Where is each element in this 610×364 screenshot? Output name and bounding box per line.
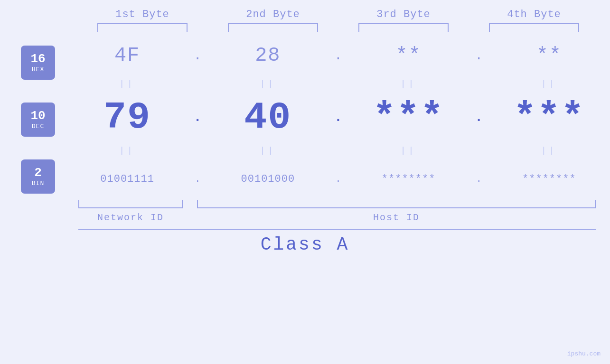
- bin-cell-1: 01001111: [66, 173, 188, 185]
- bracket-top-1: [97, 23, 188, 32]
- overall-bracket-line: [78, 229, 596, 230]
- bracket-bottom-network: [78, 200, 183, 208]
- sep-2-4: ||: [488, 146, 610, 155]
- bottom-bracket-row: [78, 200, 596, 208]
- hex-cell-2: 28: [207, 44, 328, 67]
- hex-cell-3: **: [348, 44, 469, 67]
- bin-badge: 2 BIN: [21, 159, 55, 194]
- class-label-row: Class A: [0, 234, 610, 255]
- bin-cell-3: ********: [348, 173, 469, 185]
- hex-value-1: 4F: [114, 44, 140, 67]
- sep-row-2: || || || ||: [66, 141, 610, 160]
- dec-cell-2: 40: [207, 96, 328, 139]
- bracket-bottom-host: [197, 200, 596, 208]
- sep-1-2: ||: [207, 79, 328, 89]
- dec-dot-2: .: [329, 110, 348, 125]
- id-labels-row: Network ID Host ID: [78, 212, 596, 223]
- dec-row: 79 . 40 . *** . ***: [66, 93, 610, 141]
- bin-row: 01001111 . 00101000 . ******** .: [66, 160, 610, 198]
- dec-value-4: ***: [514, 96, 585, 139]
- class-label: Class A: [261, 234, 350, 255]
- sep-1-3: ||: [348, 79, 469, 89]
- dec-badge: 10 DEC: [21, 103, 55, 137]
- watermark: ipshu.com: [567, 350, 601, 357]
- sep-1-4: ||: [488, 79, 610, 89]
- dec-badge-number: 10: [30, 109, 45, 123]
- hex-badge-label: HEX: [32, 66, 44, 73]
- bin-value-4: ********: [522, 173, 576, 185]
- badges-column: 16 HEX 10 DEC 2 BIN: [0, 32, 66, 198]
- data-columns: 4F . 28 . ** . **: [66, 32, 610, 198]
- bin-dot-3: .: [469, 174, 488, 185]
- bin-cell-4: ********: [488, 173, 610, 185]
- hex-value-3: **: [395, 44, 421, 67]
- dec-value-1: 79: [103, 96, 151, 139]
- dec-cell-3: ***: [348, 96, 469, 139]
- top-bracket-lines: [77, 23, 600, 32]
- hex-row: 4F . 28 . ** . **: [66, 37, 610, 75]
- bracket-cell-3: [338, 23, 469, 32]
- bottom-section: Network ID Host ID Class A: [0, 200, 610, 255]
- hex-value-4: **: [536, 44, 562, 67]
- dec-dot-3: .: [469, 110, 488, 125]
- main-container: 1st Byte 2nd Byte 3rd Byte 4th Byte 16 H…: [0, 0, 610, 364]
- content-area: 16 HEX 10 DEC 2 BIN 4F .: [0, 32, 610, 198]
- sep-2-1: ||: [66, 146, 188, 155]
- bracket-top-3: [358, 23, 449, 32]
- overall-bracket-row: [78, 229, 596, 230]
- byte-label-3: 3rd Byte: [338, 9, 469, 20]
- network-id-label: Network ID: [78, 212, 183, 223]
- dec-cell-1: 79: [66, 96, 188, 139]
- dec-cell-4: ***: [488, 96, 610, 139]
- hex-dot-2: .: [329, 48, 348, 63]
- bracket-top-2: [228, 23, 318, 32]
- bracket-cell-4: [469, 23, 600, 32]
- hex-badge-number: 16: [30, 52, 45, 66]
- dec-dot-1: .: [188, 110, 207, 125]
- byte-label-1: 1st Byte: [77, 9, 208, 20]
- hex-badge: 16 HEX: [21, 46, 55, 80]
- bin-value-2: 00101000: [241, 173, 295, 185]
- bin-value-3: ********: [382, 173, 436, 185]
- hex-value-2: 28: [255, 44, 281, 67]
- sep-2-2: ||: [207, 146, 328, 155]
- byte-label-2: 2nd Byte: [208, 9, 338, 20]
- bin-dot-1: .: [188, 174, 207, 185]
- bin-dot-2: .: [329, 174, 348, 185]
- dec-value-3: ***: [373, 96, 444, 139]
- dec-value-2: 40: [244, 96, 291, 139]
- hex-cell-1: 4F: [66, 44, 188, 67]
- bin-badge-label: BIN: [32, 180, 44, 187]
- bin-value-1: 01001111: [100, 173, 154, 185]
- byte-label-4: 4th Byte: [469, 9, 600, 20]
- bin-badge-number: 2: [34, 166, 42, 180]
- host-id-label: Host ID: [197, 212, 596, 223]
- hex-dot-3: .: [469, 48, 488, 63]
- bracket-cell-1: [77, 23, 208, 32]
- sep-row-1: || || || ||: [66, 75, 610, 93]
- hex-dot-1: .: [188, 48, 207, 63]
- sep-2-3: ||: [348, 146, 469, 155]
- bin-cell-2: 00101000: [207, 173, 328, 185]
- sep-1-1: ||: [66, 79, 188, 89]
- bracket-cell-2: [208, 23, 338, 32]
- hex-cell-4: **: [488, 44, 610, 67]
- bracket-top-4: [489, 23, 579, 32]
- byte-labels-row: 1st Byte 2nd Byte 3rd Byte 4th Byte: [77, 9, 600, 20]
- dec-badge-label: DEC: [32, 123, 44, 130]
